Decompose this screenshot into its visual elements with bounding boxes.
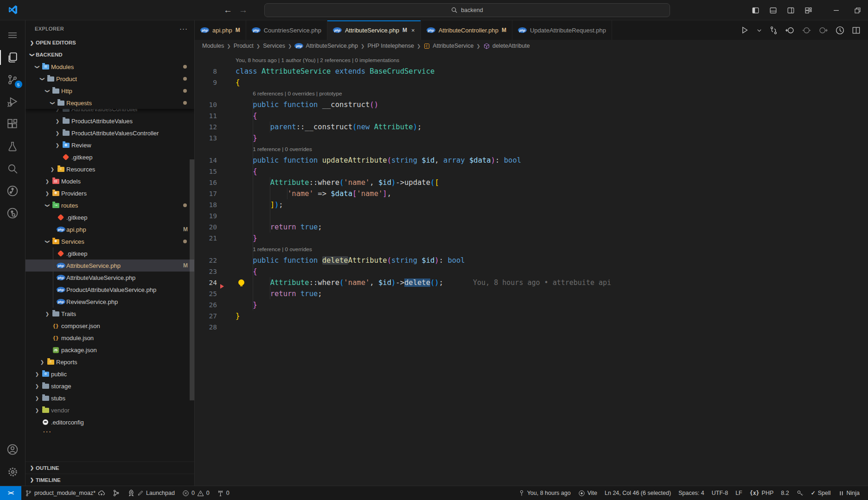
gutter[interactable]: 28: [195, 322, 236, 333]
sidebar-scrollbar[interactable]: [190, 159, 194, 400]
tree-item-routes[interactable]: ❯↝routes: [26, 199, 194, 211]
restore-button[interactable]: [847, 0, 868, 20]
status-vite[interactable]: Vite: [574, 486, 601, 500]
testing-icon[interactable]: [0, 135, 26, 158]
tree-item-productattributevalueservice.php[interactable]: phpProductAttributeValueService.php: [26, 284, 194, 296]
nav-forward-icon[interactable]: [818, 25, 828, 35]
codelens-text[interactable]: 1 reference | 0 overrides: [236, 244, 312, 255]
status-source-control-graph[interactable]: [109, 486, 124, 500]
status-spell-checker[interactable]: ✓Spell: [807, 486, 835, 500]
gutter[interactable]: 17: [195, 188, 236, 199]
gutter[interactable]: 24: [195, 277, 236, 288]
history-icon[interactable]: [835, 25, 845, 35]
breadcrumb-item-php-intelephense[interactable]: PHP Intelephense: [367, 43, 414, 49]
tree-item-stubs[interactable]: ❯stubs: [26, 392, 194, 404]
tree-item-vendor[interactable]: ❯vendor: [26, 404, 194, 416]
codelens-row[interactable]: 6 references | 0 overrides | prototype: [195, 88, 868, 99]
status-eol[interactable]: LF: [732, 486, 746, 500]
gutter[interactable]: 25: [195, 288, 236, 299]
tree-item-productattributevaluescontroller[interactable]: ❯ProductAttributeValuesController: [26, 127, 194, 139]
gutter[interactable]: 26: [195, 299, 236, 310]
status-remote-indicator[interactable]: ><: [0, 486, 21, 500]
tree-item-requests[interactable]: ❯Requests: [26, 97, 194, 109]
code-editor[interactable]: 7You, 8 hours ago | 1 author (You) | 2 r…: [195, 52, 868, 486]
codelens-text[interactable]: 6 references | 0 overrides | prototype: [236, 88, 342, 99]
status-encoding[interactable]: UTF-8: [708, 486, 732, 500]
account-icon[interactable]: [0, 438, 26, 461]
codelens-row[interactable]: 1 reference | 0 overrides: [195, 144, 868, 155]
gutter[interactable]: 27: [195, 310, 236, 322]
nav-dot-icon[interactable]: [802, 25, 811, 35]
tree-item-reports[interactable]: ❯≡Reports: [26, 356, 194, 368]
search-icon[interactable]: [0, 158, 26, 180]
gutter[interactable]: [195, 244, 236, 255]
open-editors-section[interactable]: ❯ OPEN EDITORS: [26, 37, 194, 49]
gutter[interactable]: [195, 55, 236, 66]
layout-grid-icon[interactable]: [799, 0, 817, 20]
gutter[interactable]: 16: [195, 177, 236, 188]
layout-sidebar-right-icon[interactable]: [782, 0, 799, 20]
codelens-row[interactable]: 1 reference | 0 overrides: [195, 244, 868, 255]
tree-item-services[interactable]: ❯✱Services: [26, 235, 194, 247]
lightbulb-icon[interactable]: [238, 279, 244, 285]
breadcrumb-item-product[interactable]: Product: [234, 43, 254, 49]
gutter[interactable]: 14: [195, 155, 236, 166]
tree-item-models[interactable]: ❯▤Models: [26, 175, 194, 187]
gutter[interactable]: [195, 88, 236, 99]
tree-item-module.json[interactable]: {}module.json: [26, 332, 194, 344]
tree-item-.gitkeep[interactable]: .gitkeep: [26, 247, 194, 259]
layout-panel-icon[interactable]: [764, 0, 782, 20]
tree-item-.editorconfig[interactable]: .editorconfig: [26, 416, 194, 428]
run-icon[interactable]: [740, 25, 749, 35]
gutter[interactable]: 20: [195, 222, 236, 233]
tree-item-providers[interactable]: ❯✱Providers: [26, 187, 194, 199]
layout-sidebar-left-icon[interactable]: [747, 0, 764, 20]
breadcrumb-item-modules[interactable]: Modules: [202, 43, 224, 49]
status-cursor-position[interactable]: Ln 24, Col 46 (6 selected): [601, 486, 675, 500]
status-license-key[interactable]: [793, 486, 807, 500]
source-control-icon[interactable]: 5: [0, 69, 26, 91]
tree-item-composer.json[interactable]: {}composer.json: [26, 320, 194, 332]
tree-item-modules[interactable]: ❯⊞Modules: [26, 61, 194, 73]
gutter[interactable]: 19: [195, 210, 236, 222]
tree-item-api.php[interactable]: phpapi.phpM: [26, 223, 194, 235]
status-launchpad[interactable]: Launchpad: [124, 486, 179, 500]
tab-api.php[interactable]: phpapi.phpM: [195, 20, 246, 40]
tree-item-.gitkeep[interactable]: .gitkeep: [26, 211, 194, 223]
status-git-branch[interactable]: product_module_moaz*: [21, 486, 109, 500]
codelens-row[interactable]: You, 8 hours ago | 1 author (You) | 2 re…: [195, 55, 868, 66]
tree-item-package.json[interactable]: JSpackage.json: [26, 344, 194, 356]
tree-item-traits[interactable]: ❯Traits: [26, 308, 194, 320]
gitlens-inspect-icon[interactable]: [0, 202, 26, 224]
outline-section[interactable]: ❯ OUTLINE: [26, 462, 194, 474]
status-indentation[interactable]: Spaces: 4: [675, 486, 708, 500]
close-icon[interactable]: ×: [411, 27, 415, 34]
tree-item-storage[interactable]: ❯storage: [26, 380, 194, 392]
breadcrumb-item-attributeservice.php[interactable]: phpAttributeService.php: [294, 43, 358, 49]
tree-item-review[interactable]: ❯◉Review: [26, 139, 194, 151]
gutter[interactable]: [195, 144, 236, 155]
split-editor-icon[interactable]: [852, 26, 861, 35]
tree-item-.gitkeep[interactable]: .gitkeep: [26, 151, 194, 163]
tree-item-attributevalueservice.php[interactable]: phpAttributeValueService.php: [26, 272, 194, 284]
tree-item-attributeservice.php[interactable]: phpAttributeService.phpM: [26, 259, 194, 272]
gutter[interactable]: 9: [195, 77, 236, 88]
tab-attributeservice.php[interactable]: phpAttributeService.phpM×: [327, 20, 421, 40]
explorer-more-actions[interactable]: ···: [179, 25, 188, 32]
minimize-button[interactable]: [825, 0, 847, 20]
codelens-text[interactable]: You, 8 hours ago | 1 author (You) | 2 re…: [236, 55, 399, 66]
menu-icon[interactable]: [0, 24, 26, 46]
gutter[interactable]: 10: [195, 99, 236, 110]
gutter[interactable]: 15: [195, 166, 236, 177]
status-problems[interactable]: 00: [179, 486, 213, 500]
settings-gear-icon[interactable]: [0, 461, 26, 483]
tree-item-public[interactable]: ❯⊕public: [26, 368, 194, 380]
gutter[interactable]: 11: [195, 110, 236, 121]
nav-back-icon[interactable]: [785, 25, 795, 35]
gutter[interactable]: 21: [195, 233, 236, 244]
run-debug-icon[interactable]: [0, 91, 26, 113]
command-center-search[interactable]: backend: [264, 3, 670, 17]
tree-item-attributevaluescontroller[interactable]: ❯AttributeValuesController: [26, 109, 194, 115]
codelens-text[interactable]: 1 reference | 0 overrides: [236, 144, 312, 155]
workspace-root[interactable]: ❯ BACKEND: [26, 49, 194, 61]
